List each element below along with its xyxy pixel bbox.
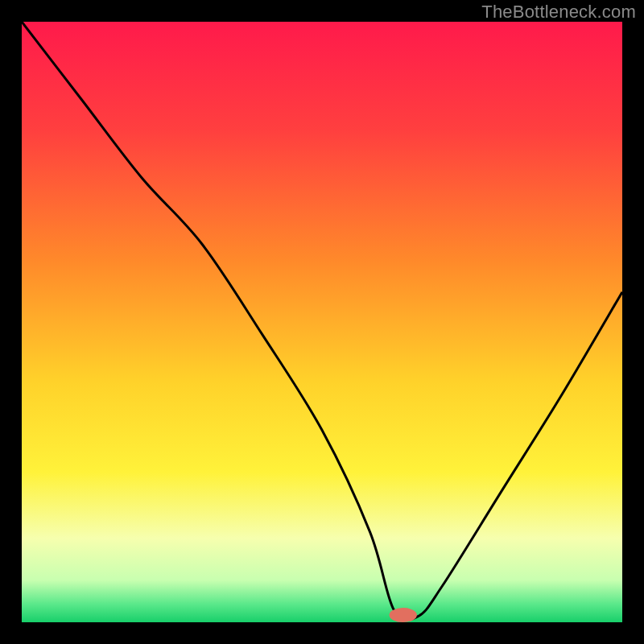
chart-frame: TheBottleneck.com xyxy=(0,0,644,644)
optimum-marker xyxy=(390,608,417,622)
attribution-text: TheBottleneck.com xyxy=(481,2,636,23)
gradient-background xyxy=(22,22,622,622)
plot-area xyxy=(22,22,622,622)
chart-svg xyxy=(22,22,622,622)
